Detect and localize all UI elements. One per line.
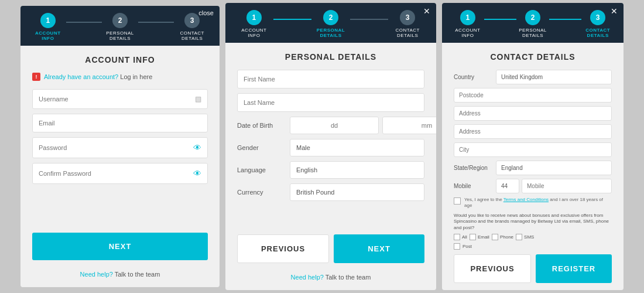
step-1-circle: 1 (40, 13, 56, 28)
state-input[interactable] (496, 161, 612, 175)
language-label: Language (237, 166, 290, 173)
opt-post-label: Post (463, 244, 472, 249)
opt-sms-checkbox[interactable] (516, 234, 522, 240)
next-button-1[interactable]: Next (32, 233, 208, 260)
help-link-1[interactable]: Need help? (80, 271, 113, 278)
step-2-item: 2 PERSONAL DETAILS (102, 13, 138, 41)
help-talk-1: Talk to the team (115, 271, 160, 278)
opt-all-checkbox[interactable] (454, 234, 460, 240)
step-3-item: 3 CONTACT DETAILS (174, 13, 210, 41)
stepper-3: ✕ 1 ACCOUNT INFO 2 PERSONAL DETAILS 3 CO… (442, 3, 624, 43)
state-label: State/Region (454, 165, 496, 171)
mobile-prefix-input[interactable] (496, 179, 519, 193)
previous-button-3[interactable]: Previous (454, 254, 531, 283)
p2-step-1-circle: 1 (246, 10, 262, 25)
p3-step-2-circle: 2 (525, 10, 540, 25)
last-name-input[interactable] (244, 99, 418, 106)
email-input[interactable] (39, 120, 201, 127)
stepper-1: close 1 ACCOUNT INFO 2 PERSONAL DETAILS … (20, 6, 220, 46)
p2-step-line-1 (273, 19, 312, 20)
dob-mm-input[interactable] (382, 117, 436, 134)
p2-step-2-circle: 2 (323, 10, 338, 25)
email-field[interactable] (32, 114, 208, 132)
eye-icon-password[interactable]: 👁 (193, 143, 201, 152)
password-field[interactable]: 👁 (32, 137, 208, 158)
address1-input[interactable] (454, 106, 612, 121)
p3-step-3-circle: 3 (590, 10, 605, 25)
panel2-title: PERSONAL DETAILS (237, 52, 424, 62)
already-account-row: ! Already have an account? Log in here (32, 73, 208, 81)
gender-row: Gender (237, 139, 424, 156)
first-name-field[interactable] (237, 70, 424, 88)
panel3-title: CONTACT DETAILS (454, 52, 612, 62)
panel-account-info: close 1 ACCOUNT INFO 2 PERSONAL DETAILS … (20, 6, 220, 287)
password-input[interactable] (39, 144, 193, 151)
p3-step-2-label: PERSONAL DETAILS (516, 28, 549, 38)
p2-step-3-label: CONTACT DETAILS (388, 28, 427, 38)
currency-input[interactable] (290, 183, 424, 201)
step-1-label: ACCOUNT INFO (30, 30, 66, 41)
last-name-field[interactable] (237, 93, 424, 112)
previous-button-2[interactable]: Previous (237, 234, 329, 263)
already-link[interactable]: Already have an account? (44, 73, 118, 80)
step-2-circle: 2 (112, 13, 128, 28)
next-button-2[interactable]: Next (334, 234, 424, 263)
first-name-input[interactable] (244, 76, 418, 83)
country-input[interactable] (496, 70, 612, 84)
opt-email-label: Email (478, 234, 489, 240)
panel3-content: CONTACT DETAILS Country State/Region Mob… (442, 43, 624, 290)
eye-icon-confirm[interactable]: 👁 (193, 169, 201, 178)
opt-email-checkbox[interactable] (470, 234, 476, 240)
help-text-1: Need help? Talk to the team (32, 271, 208, 278)
confirm-password-field[interactable]: 👁 (32, 163, 208, 184)
opt-post-checkbox[interactable] (454, 243, 460, 250)
confirm-password-input[interactable] (39, 170, 193, 177)
help-talk-2: Talk to the team (326, 274, 371, 281)
terms-link[interactable]: Terms and Conditions (503, 197, 549, 202)
dob-inputs (290, 117, 436, 134)
username-field[interactable]: ▧ (32, 89, 208, 109)
panel1-content: ACCOUNT INFO ! Already have an account? … (20, 46, 220, 287)
currency-label: Currency (237, 189, 290, 196)
terms-text: Yes, I agree to the Terms and Conditions… (464, 197, 612, 209)
panel2-btn-row: Previous Next (237, 234, 424, 263)
dob-dd-input[interactable] (290, 117, 379, 134)
opt-phone-label: Phone (500, 234, 513, 240)
p3-step-line-2 (549, 19, 582, 20)
p3-step-1: 1 ACCOUNT INFO (451, 10, 484, 38)
country-row: Country (454, 70, 612, 84)
step-line-2 (138, 22, 174, 23)
step-3-label: CONTACT DETAILS (174, 30, 210, 41)
currency-row: Currency (237, 183, 424, 201)
terms-row: Yes, I agree to the Terms and Conditions… (454, 197, 612, 209)
marketing-opt-email: Email (470, 234, 489, 240)
username-input[interactable] (39, 96, 195, 103)
help-text-2: Need help? Talk to the team (237, 274, 424, 281)
state-row: State/Region (454, 161, 612, 175)
panel2-content: PERSONAL DETAILS Date of Birth Gender La… (225, 43, 436, 290)
p2-step-line-2 (350, 19, 389, 20)
city-input[interactable] (454, 142, 612, 157)
step-line-1 (66, 22, 102, 23)
postcode-input[interactable] (454, 88, 612, 103)
opt-phone-checkbox[interactable] (492, 234, 498, 240)
dob-row: Date of Birth (237, 117, 424, 134)
step-3-circle: 3 (184, 13, 200, 28)
p3-step-2: 2 PERSONAL DETAILS (516, 10, 549, 38)
opt-sms-label: SMS (524, 234, 534, 240)
marketing-post-row: Post (454, 243, 612, 250)
gender-input[interactable] (290, 139, 424, 156)
marketing-options: All Email Phone SMS (454, 234, 612, 240)
language-input[interactable] (290, 161, 424, 179)
country-label: Country (454, 74, 496, 80)
panel1-title: ACCOUNT INFO (32, 55, 208, 64)
help-link-2[interactable]: Need help? (291, 274, 324, 281)
opt-all-label: All (462, 234, 467, 240)
steps-row-2: 1 ACCOUNT INFO 2 PERSONAL DETAILS 3 CONT… (235, 10, 427, 38)
address2-input[interactable] (454, 124, 612, 139)
register-button[interactable]: Register (536, 254, 612, 283)
dob-label: Date of Birth (237, 122, 290, 129)
terms-checkbox[interactable] (454, 197, 461, 205)
marketing-opt-all: All (454, 234, 467, 240)
mobile-input[interactable] (522, 179, 612, 193)
